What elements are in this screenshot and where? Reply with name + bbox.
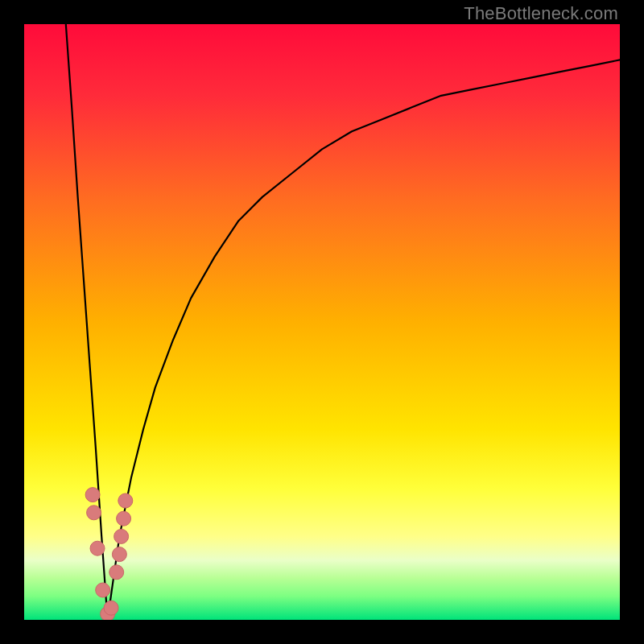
chart-frame: TheBottleneck.com (0, 0, 644, 644)
data-marker (96, 583, 110, 597)
gradient-background (24, 24, 620, 620)
bottleneck-chart (24, 24, 620, 620)
data-marker (118, 493, 133, 508)
data-marker (85, 488, 100, 502)
data-marker (87, 506, 101, 520)
data-marker (117, 511, 131, 526)
data-marker (90, 541, 105, 555)
data-marker (114, 529, 129, 543)
data-marker (104, 601, 118, 615)
plot-area (24, 24, 620, 620)
data-marker (109, 565, 124, 580)
data-marker (112, 547, 126, 562)
watermark-text: TheBottleneck.com (464, 3, 618, 24)
